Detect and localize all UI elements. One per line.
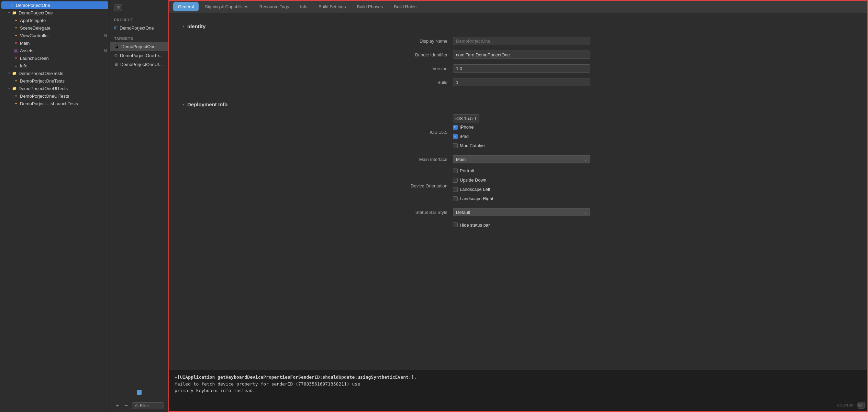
- tab-general[interactable]: General: [173, 2, 199, 11]
- nav-item-project[interactable]: ⊞ DemoPorjectOne: [110, 23, 168, 32]
- tree-item-label: Info: [20, 63, 107, 68]
- tree-item-uitests-group[interactable]: ▾ 📁 DemoPorjectOneUITests: [0, 85, 110, 92]
- tree-item-label: DemoPorjectOne: [16, 3, 105, 8]
- tree-item-label: DemoPorjectOneUITests: [20, 94, 107, 99]
- tree-item-label: LaunchScreen: [20, 56, 107, 61]
- status-bar-style-select[interactable]: Default ⌄: [453, 208, 590, 216]
- portrait-label: Portrait: [460, 168, 474, 173]
- xib-icon: ✕: [13, 40, 19, 46]
- build-row: Build: [364, 77, 673, 87]
- version-input[interactable]: [453, 64, 590, 73]
- app-target-icon: 📱: [114, 44, 119, 49]
- item-badge: M: [104, 33, 107, 37]
- tree-item-info[interactable]: ≡ Info: [0, 62, 110, 69]
- version-row: Version: [364, 64, 673, 73]
- sidebar-toggle-icon: ☰: [117, 6, 120, 10]
- deployment-form: iOS 15.5 iOS 15.5 ⬍ iPhone: [364, 114, 673, 231]
- identity-chevron-icon[interactable]: ▾: [183, 24, 185, 28]
- identity-section-title: Identity: [187, 23, 205, 29]
- tree-item-main[interactable]: ✕ Main: [0, 39, 110, 47]
- plist-icon: ≡: [13, 63, 19, 68]
- swift-icon: ✦: [13, 25, 19, 31]
- tree-item-label: DemoPorject...tsLaunchTests: [20, 101, 107, 106]
- swift-icon: ✦: [13, 93, 19, 99]
- targets-section-label: TARGETS: [110, 32, 168, 42]
- tab-resource-tags[interactable]: Resource Tags: [255, 2, 294, 11]
- iphone-checkbox-row: iPhone: [453, 124, 486, 130]
- mac-catalyst-checkbox[interactable]: [453, 143, 458, 148]
- landscape-left-label: Landscape Left: [460, 187, 490, 192]
- upside-down-checkbox[interactable]: [453, 178, 458, 183]
- remove-button[interactable]: −: [123, 403, 129, 409]
- filter-button[interactable]: ⊙ Filter: [132, 402, 164, 409]
- nav-item-target-uitests[interactable]: 🖥 DemoPorjectOneUI...: [110, 60, 168, 69]
- watermark: CSDN @一级7: [837, 403, 863, 408]
- landscape-right-label: Landscape Right: [460, 196, 493, 201]
- deployment-section-header: ▾ Deployment Info: [183, 101, 854, 107]
- landscape-right-checkbox[interactable]: [453, 196, 458, 201]
- tree-item-viewcontroller[interactable]: ✦ ViewController M: [0, 32, 110, 39]
- ios-version-label: iOS 15.5: [364, 130, 453, 135]
- folder-icon: 📁: [12, 86, 17, 91]
- tree-item-group[interactable]: ▾ 📁 DemoPorjectOne: [0, 9, 110, 17]
- ios-version-value: iOS 15.5: [455, 116, 473, 121]
- main-interface-select[interactable]: Main ⌄: [453, 155, 590, 163]
- ios-version-select[interactable]: iOS 15.5 ⬍: [453, 114, 479, 122]
- tree-item-tests-group[interactable]: ▾ 📁 DemoPorjectOneTests: [0, 69, 110, 77]
- build-label: Build: [364, 80, 453, 85]
- chevron-icon: ▾: [4, 3, 8, 7]
- tab-label: Resource Tags: [259, 4, 289, 9]
- tab-label: Build Rules: [394, 4, 416, 9]
- log-panel: -[UIApplication getKeyboardDevicePropert…: [169, 370, 867, 411]
- sidebar-toggle-button[interactable]: ☰: [114, 4, 122, 11]
- upside-down-label: Upside Down: [460, 177, 486, 183]
- device-orientation-row: Device Orientation Portrait Upside Down: [364, 168, 673, 203]
- main-interface-row: Main Interface Main ⌄: [364, 154, 673, 164]
- chevron-icon: ▾: [7, 86, 11, 90]
- tab-info[interactable]: Info: [295, 2, 312, 11]
- landscape-right-row: Landscape Right: [453, 196, 493, 201]
- main-interface-label: Main Interface: [364, 157, 453, 162]
- bundle-id-input[interactable]: [453, 51, 590, 59]
- nav-item-target-tests[interactable]: ⚙ DemoPorjectOneTe...: [110, 51, 168, 60]
- build-input[interactable]: [453, 78, 590, 86]
- tree-item-scenedelegate[interactable]: ✦ SceneDelegate: [0, 24, 110, 32]
- iphone-checkbox[interactable]: [453, 125, 458, 130]
- tree-item-appdelegate[interactable]: ✦ AppDelegate: [0, 17, 110, 24]
- filter-label: Filter: [140, 403, 149, 408]
- tree-item-root[interactable]: ▾ ⊞ DemoPorjectOne: [1, 1, 108, 9]
- tab-build-settings[interactable]: Build Settings: [314, 2, 351, 11]
- display-name-input[interactable]: [453, 37, 590, 45]
- deployment-chevron-icon[interactable]: ▾: [183, 102, 185, 106]
- portrait-checkbox[interactable]: [453, 169, 458, 173]
- main-interface-value: Main: [456, 157, 466, 162]
- project-nav-icon: ⊞: [114, 25, 118, 30]
- assets-icon: ▦: [13, 48, 19, 53]
- tab-build-phases[interactable]: Build Phases: [352, 2, 388, 11]
- swift-icon: ✦: [13, 18, 19, 23]
- item-badge: M: [104, 48, 107, 53]
- add-button[interactable]: +: [114, 403, 120, 409]
- tab-signing[interactable]: Signing & Capabilities: [200, 2, 253, 11]
- tree-item-tests-file[interactable]: ✦ DemoPorjectOneTests: [0, 77, 110, 85]
- tree-item-uitests-file[interactable]: ✦ DemoPorjectOneUITests: [0, 92, 110, 100]
- nav-item-label: DemoPorjectOne: [120, 25, 154, 31]
- log-line-2: failed to fetch device property for send…: [175, 381, 862, 388]
- tree-item-launchscreen[interactable]: ✕ LaunchScreen: [0, 54, 110, 62]
- tree-item-label: DemoPorjectOne: [19, 10, 107, 15]
- folder-icon: 📁: [12, 10, 17, 15]
- orientation-checkboxes: Portrait Upside Down Landscape Left: [453, 168, 493, 203]
- editor-scrollview[interactable]: ▾ Identity Display Name Bundle Identifie…: [169, 13, 867, 370]
- tree-item-launch-tests[interactable]: ✦ DemoPorject...tsLaunchTests: [0, 100, 110, 107]
- tab-label: Info: [300, 4, 308, 9]
- tab-build-rules[interactable]: Build Rules: [389, 2, 421, 11]
- filter-icon: ⊙: [135, 403, 138, 408]
- ipad-checkbox[interactable]: [453, 134, 458, 139]
- identity-form: Display Name Bundle Identifier Version B…: [364, 36, 673, 87]
- tree-item-assets[interactable]: ▦ Assets M: [0, 47, 110, 54]
- hide-status-bar-checkbox[interactable]: [453, 223, 458, 227]
- upside-down-row: Upside Down: [453, 177, 493, 183]
- nav-item-target-app[interactable]: 📱 DemoPorjectOne: [110, 42, 168, 51]
- landscape-left-checkbox[interactable]: [453, 187, 458, 192]
- device-orientation-label: Device Orientation: [364, 183, 453, 188]
